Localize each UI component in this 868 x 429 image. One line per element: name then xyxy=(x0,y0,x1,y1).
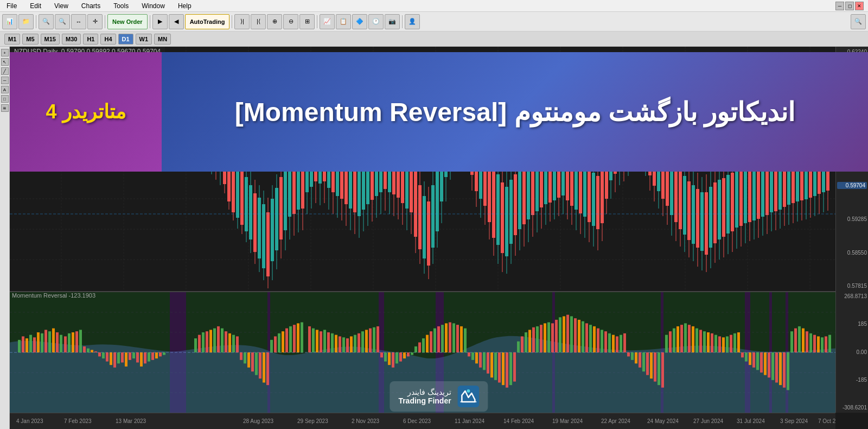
svg-rect-615 xyxy=(768,352,770,377)
screenshot-button[interactable]: 📷 xyxy=(385,14,400,29)
svg-rect-216 xyxy=(440,147,443,201)
zoom-in2-button[interactable]: ⊕ xyxy=(267,14,282,29)
templates-button[interactable]: 📋 xyxy=(336,14,351,29)
svg-rect-510 xyxy=(369,329,372,352)
search-button[interactable]: 🔍 xyxy=(851,14,866,29)
svg-rect-502 xyxy=(339,336,341,352)
svg-rect-500 xyxy=(331,333,334,352)
objects-button[interactable]: 🔷 xyxy=(352,14,367,29)
tf-m1[interactable]: M1 xyxy=(4,34,20,45)
svg-rect-443 xyxy=(83,346,86,352)
main-chart[interactable] xyxy=(10,47,835,291)
svg-rect-160 xyxy=(318,129,322,184)
autotrading-button[interactable]: AutoTrading xyxy=(185,14,230,29)
tf-w1[interactable]: W1 xyxy=(136,34,152,45)
tf-m15[interactable]: M15 xyxy=(41,34,60,45)
svg-rect-471 xyxy=(217,326,220,352)
zoom-out-button[interactable]: 🔍 xyxy=(55,14,70,29)
left-toolbar: + ↖ ╱ ─ A □ ≋ xyxy=(0,47,10,429)
svg-rect-600 xyxy=(711,333,713,352)
svg-rect-625 xyxy=(806,331,808,352)
svg-rect-481 xyxy=(255,352,258,375)
svg-rect-586 xyxy=(658,352,660,385)
menu-window[interactable]: Window xyxy=(139,1,167,11)
svg-rect-564 xyxy=(574,318,577,352)
account-button[interactable]: 👤 xyxy=(405,14,420,29)
svg-rect-330 xyxy=(687,181,691,240)
menu-charts[interactable]: Charts xyxy=(79,1,103,11)
new-chart-button[interactable]: 📊 xyxy=(2,14,17,29)
svg-rect-72 xyxy=(127,98,131,123)
chart-shift-button[interactable]: ⟩| xyxy=(234,14,250,29)
svg-rect-611 xyxy=(752,352,755,368)
zoom-out2-button[interactable]: ⊖ xyxy=(283,14,298,29)
menu-help[interactable]: Help xyxy=(176,1,194,11)
svg-rect-499 xyxy=(327,332,330,352)
svg-rect-168 xyxy=(336,142,339,196)
tf-h1[interactable]: H1 xyxy=(83,34,98,45)
move-button[interactable]: ↔ xyxy=(71,14,86,29)
tf-m5[interactable]: M5 xyxy=(22,34,38,45)
svg-rect-40 xyxy=(58,101,61,125)
svg-rect-272 xyxy=(561,145,565,195)
svg-rect-597 xyxy=(699,330,702,352)
menu-edit[interactable]: Edit xyxy=(28,1,43,11)
rect-tool[interactable]: □ xyxy=(1,95,9,103)
svg-rect-479 xyxy=(247,352,250,368)
minimize-button[interactable]: ─ xyxy=(835,2,844,10)
menu-tools[interactable]: Tools xyxy=(111,1,131,11)
menu-view[interactable]: View xyxy=(52,1,71,11)
svg-rect-278 xyxy=(575,158,578,210)
text-tool[interactable]: A xyxy=(1,86,9,93)
svg-rect-457 xyxy=(136,352,139,363)
svg-rect-388 xyxy=(813,140,816,196)
svg-rect-332 xyxy=(692,185,695,244)
tf-mn[interactable]: MN xyxy=(154,34,171,45)
price-7: 0.57815 xyxy=(837,283,867,289)
tf-m30[interactable]: M30 xyxy=(62,34,81,45)
fib-tool[interactable]: ≋ xyxy=(1,104,9,112)
arrow-tool[interactable]: ↖ xyxy=(1,58,9,66)
svg-rect-429 xyxy=(29,335,32,352)
open-button[interactable]: 📁 xyxy=(18,14,34,29)
restore-button[interactable]: ◻ xyxy=(845,2,854,10)
line-tool[interactable]: ╱ xyxy=(1,67,9,75)
chart-info: NZDUSD,Daily 0.59790 0.59892 0.59670 0.5… xyxy=(10,47,165,56)
svg-rect-505 xyxy=(350,336,353,352)
svg-rect-96 xyxy=(180,90,183,112)
svg-rect-622 xyxy=(794,329,797,352)
separator-4 xyxy=(232,15,232,28)
chart-values: 0.59790 0.59892 0.59670 0.59704 xyxy=(61,48,161,55)
svg-rect-516 xyxy=(392,352,394,368)
svg-rect-148 xyxy=(292,155,296,214)
tf-h4[interactable]: H4 xyxy=(100,34,116,45)
chart-properties-button[interactable]: ⊞ xyxy=(299,14,315,29)
tf-d1[interactable]: D1 xyxy=(118,34,133,45)
time-button[interactable]: 🕐 xyxy=(368,14,384,29)
svg-rect-390 xyxy=(818,138,821,194)
chart-container[interactable]: NZDUSD,Daily 0.59790 0.59892 0.59670 0.5… xyxy=(10,47,868,429)
svg-rect-322 xyxy=(670,161,673,215)
svg-rect-606 xyxy=(733,333,736,352)
sell-button[interactable]: ◀ xyxy=(169,14,184,29)
chart-autoscroll-button[interactable]: |⟨ xyxy=(251,14,266,29)
svg-rect-28 xyxy=(32,82,35,104)
crosshair-button[interactable]: ✛ xyxy=(87,14,103,29)
svg-rect-621 xyxy=(790,331,793,352)
crosshair-tool[interactable]: + xyxy=(1,49,9,56)
svg-rect-372 xyxy=(778,153,782,210)
zoom-in-button[interactable]: 🔍 xyxy=(39,14,54,29)
indicators-button[interactable]: 📈 xyxy=(320,14,335,29)
menu-file[interactable]: File xyxy=(4,1,19,11)
svg-rect-294 xyxy=(609,127,612,180)
buy-button[interactable]: ▶ xyxy=(152,14,168,29)
svg-rect-228 xyxy=(466,108,469,155)
hline-tool[interactable]: ─ xyxy=(1,77,9,84)
svg-rect-445 xyxy=(91,350,93,352)
svg-rect-573 xyxy=(608,333,611,352)
svg-rect-218 xyxy=(444,131,448,177)
svg-rect-140 xyxy=(275,188,278,250)
new-order-button[interactable]: New Order xyxy=(107,14,148,29)
close-button[interactable]: ✕ xyxy=(855,2,864,10)
svg-rect-152 xyxy=(301,150,304,209)
